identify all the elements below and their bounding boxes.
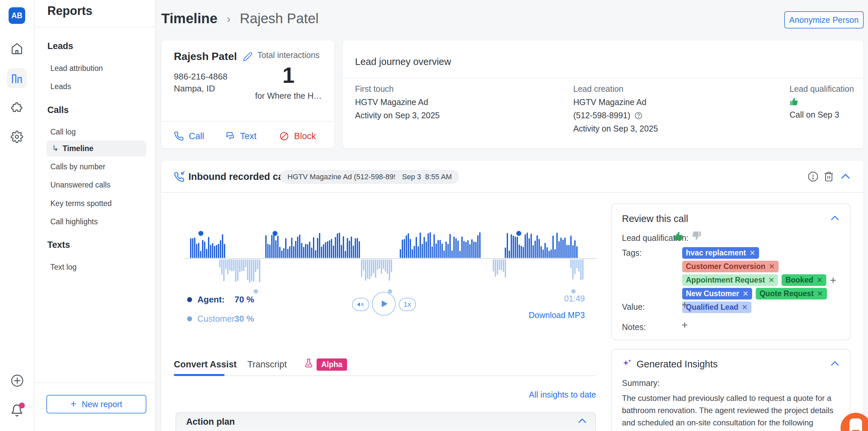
notifications-bell-icon[interactable] — [10, 404, 24, 417]
volume-button[interactable] — [352, 298, 369, 311]
bar-chart-icon — [10, 71, 24, 85]
remove-tag-icon[interactable]: ✕ — [743, 289, 748, 298]
tab-convert-assist[interactable]: Convert Assist — [174, 360, 237, 370]
customer-waveform-bar — [253, 259, 254, 282]
agent-label: Agent: — [197, 295, 235, 305]
agent-waveform-bar — [317, 238, 318, 258]
tag-chip[interactable]: Customer Conversion✕ — [682, 261, 779, 272]
customer-waveform-bar — [241, 259, 242, 271]
remove-tag-icon[interactable]: ✕ — [769, 263, 775, 271]
customer-waveform-bar — [505, 259, 506, 278]
playback-speed-button[interactable]: 1x — [399, 298, 416, 311]
customer-waveform-bar — [251, 259, 252, 281]
account-avatar[interactable]: AB — [9, 7, 25, 24]
tag-chip[interactable]: Booked✕ — [781, 274, 826, 286]
lead-creation-number: (512-598-8991) — [573, 111, 630, 120]
remove-tag-icon[interactable]: ✕ — [817, 276, 823, 284]
lead-qualification-status: Call on Sep 3 — [789, 110, 854, 120]
block-button[interactable]: Block — [279, 128, 316, 144]
sidebar-item-key-terms-spotted[interactable]: Key terms spotted — [50, 199, 112, 208]
tag-label: hvac replacment — [686, 248, 746, 257]
agent-waveform-bar — [445, 242, 447, 258]
all-insights-link[interactable]: All insights to date — [360, 390, 596, 400]
agent-waveform-bar — [323, 244, 324, 258]
active-tab-underline — [174, 374, 224, 376]
agent-waveform-bar — [295, 241, 297, 258]
agent-waveform-bar — [349, 241, 350, 258]
waveform[interactable] — [184, 227, 597, 299]
action-plan-collapse-icon[interactable] — [578, 418, 587, 423]
reports-nav-active[interactable] — [7, 68, 27, 88]
agent-waveform-bar — [406, 235, 407, 258]
first-touch-source: HGTV Magazine Ad — [355, 97, 440, 107]
section-texts: Texts — [48, 240, 70, 250]
report-call-icon[interactable] — [808, 171, 818, 182]
customer-waveform-bar — [231, 259, 232, 271]
agent-waveform-bar — [475, 242, 476, 258]
call-title: Inbound recorded call — [188, 171, 289, 182]
insights-collapse-icon[interactable] — [831, 361, 839, 366]
remove-tag-icon[interactable]: ✕ — [742, 303, 747, 312]
call-button[interactable]: Call — [174, 128, 204, 144]
notes-label: Notes: — [622, 322, 646, 332]
download-mp3-link[interactable]: Download MP3 — [492, 310, 585, 320]
review-call-panel: Review this call Lead qualification: Tag… — [611, 204, 850, 340]
lead-qualification-label: Lead qualification — [789, 84, 854, 94]
tag-label: Customer Conversion — [686, 262, 765, 271]
agent-waveform-bar — [327, 241, 328, 258]
add-value-button[interactable]: + — [682, 300, 688, 310]
agent-waveform-bar — [515, 237, 516, 258]
tag-chip[interactable]: Quote Request✕ — [756, 288, 827, 300]
integrations-icon[interactable] — [10, 101, 23, 114]
tag-chip[interactable]: New Customer✕ — [682, 288, 752, 300]
sidebar-item-unanswered-calls[interactable]: Unanswered calls — [50, 181, 111, 189]
text-button[interactable]: Text — [225, 128, 257, 144]
collapse-call-icon[interactable] — [841, 173, 850, 179]
block-label: Block — [294, 131, 316, 142]
add-icon[interactable] — [10, 374, 23, 387]
customer-waveform-bar — [371, 259, 372, 276]
play-button[interactable] — [372, 292, 396, 316]
agent-waveform-bar — [550, 249, 552, 258]
home-icon[interactable] — [10, 42, 23, 55]
agent-waveform-bar — [321, 246, 322, 258]
sidebar-item-leads[interactable]: Leads — [50, 82, 71, 91]
agent-waveform-bar — [289, 246, 290, 258]
call-label: Call — [189, 131, 204, 142]
sidebar-item-lead-attribution[interactable]: Lead attribution — [50, 64, 103, 73]
agent-waveform-bar — [439, 240, 441, 258]
sidebar-item-calls-by-number[interactable]: Calls by number — [50, 162, 105, 171]
sidebar-item-timeline-active[interactable]: ↳ Timeline — [46, 141, 146, 156]
sidebar-item-call-log[interactable]: Call log — [50, 127, 76, 136]
lead-creation-activity: Activity on Sep 3, 2025 — [573, 124, 658, 133]
agent-waveform-bar — [311, 247, 312, 258]
customer-waveform-bar — [385, 259, 386, 272]
remove-tag-icon[interactable]: ✕ — [749, 249, 755, 257]
help-circle-icon[interactable] — [634, 111, 643, 120]
settings-icon[interactable] — [10, 130, 23, 143]
breadcrumb-section[interactable]: Timeline — [161, 10, 218, 27]
thumbs-down-icon[interactable] — [691, 230, 702, 241]
delete-call-icon[interactable] — [823, 171, 834, 182]
sidebar-item-text-log[interactable]: Text log — [50, 263, 76, 272]
new-report-button[interactable]: + New report — [46, 395, 146, 413]
agent-waveform-bar — [417, 246, 419, 258]
divider — [34, 382, 155, 383]
agent-waveform-bar — [424, 237, 425, 258]
agent-waveform-bar — [353, 245, 354, 258]
add-tag-button[interactable]: + — [830, 275, 836, 285]
thumbs-up-icon[interactable] — [673, 230, 684, 241]
sidebar-item-call-highlights[interactable]: Call highlights — [50, 217, 98, 226]
add-notes-button[interactable]: + — [682, 320, 688, 330]
remove-tag-icon[interactable]: ✕ — [817, 289, 823, 298]
remove-tag-icon[interactable]: ✕ — [768, 276, 774, 284]
tab-transcript[interactable]: Transcript — [247, 360, 287, 370]
customer-waveform-bar — [257, 259, 258, 269]
review-collapse-icon[interactable] — [831, 215, 839, 221]
anonymize-person-button[interactable]: Anonymize Person — [784, 11, 864, 29]
tag-chip[interactable]: hvac replacment✕ — [682, 247, 759, 259]
reports-sidebar: Reports Leads Lead attribution Leads Cal… — [34, 0, 156, 431]
tag-chip[interactable]: Appointment Request✕ — [682, 274, 778, 286]
tag-chip[interactable]: Qualified Lead✕ — [682, 302, 751, 313]
customer-waveform-bar — [363, 259, 364, 270]
